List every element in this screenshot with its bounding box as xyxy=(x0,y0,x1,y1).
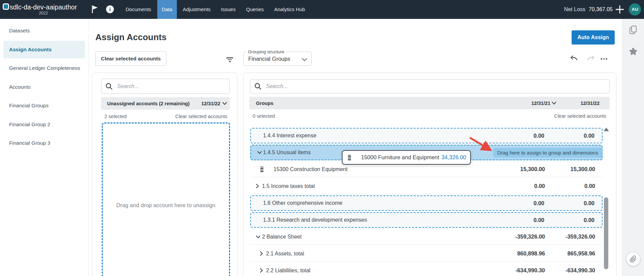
paperclip-icon xyxy=(630,255,637,263)
workspace-title: sdlc-da-dev-aaipauthor xyxy=(10,3,77,11)
sidebar: Datasets Assign Accounts General Ledger … xyxy=(0,19,89,276)
groups-header: Groups 12/31/21 12/31/22 xyxy=(249,97,610,109)
search-icon xyxy=(254,83,262,90)
left-clear-selected-link[interactable]: Clear selected accounts xyxy=(175,114,227,119)
left-date-column: 12/31/22 xyxy=(201,101,220,106)
nav-queries[interactable]: Queries xyxy=(242,0,268,19)
groups-panel: Search... Groups 12/31/21 12/31/22 0 sel… xyxy=(243,73,616,276)
grouping-structure-select[interactable]: Grouping structure Financial Groups xyxy=(243,52,312,66)
app-logo[interactable]: sdlc-da-dev-aaipauthor 2022 xyxy=(3,2,77,16)
chevron-right-icon[interactable] xyxy=(256,184,259,189)
nav-documents[interactable]: Documents xyxy=(121,0,156,19)
plus-icon[interactable] xyxy=(615,4,625,15)
right-selected-count: 0 selected xyxy=(253,113,275,119)
grouping-structure-label: Grouping structure xyxy=(246,49,286,54)
nav-analytics-hub[interactable]: Analytics Hub xyxy=(270,0,310,19)
info-icon[interactable]: i xyxy=(106,5,114,13)
arrow-annotation xyxy=(468,136,498,158)
left-selected-count: 2 selected xyxy=(104,114,127,119)
dragged-account-label: 15000 Furniture and Equipment xyxy=(361,154,439,161)
grouping-structure-value: Financial Groups xyxy=(248,56,290,62)
net-loss-value: 70,367.05 xyxy=(589,6,613,12)
chevron-down-icon[interactable] xyxy=(222,102,227,105)
group-row-1-5[interactable]: 1.5 Income taxes total 0.000.00 xyxy=(250,178,603,194)
clear-selected-accounts-button[interactable]: Clear selected accounts xyxy=(95,51,166,66)
sidebar-item-assign-accounts[interactable]: Assign Accounts xyxy=(3,41,85,58)
dropzone-text: Drag and drop account here to unassign xyxy=(116,202,215,208)
filter-icon[interactable] xyxy=(226,57,233,63)
group-row-1-6[interactable]: 1.6 Other comprehensive income 0.000.00 xyxy=(250,195,603,211)
right-search-placeholder: Search... xyxy=(266,83,288,89)
drag-here-chip: Drag here to assign to group and dimensi… xyxy=(493,148,602,158)
chevron-down-icon[interactable] xyxy=(256,235,261,239)
sidebar-item-accounts[interactable]: Accounts xyxy=(0,78,89,96)
column-12-31-22: 12/31/22 xyxy=(556,101,610,106)
sidebar-item-datasets[interactable]: Datasets xyxy=(0,22,89,39)
net-loss-label: Net Loss xyxy=(564,6,585,12)
main-content: Assign Accounts Auto Assign Clear select… xyxy=(89,19,622,276)
chevron-down-icon xyxy=(302,57,307,63)
sidebar-item-financial-groups[interactable]: Financial Groups xyxy=(0,97,89,114)
nav-adjustments[interactable]: Adjustments xyxy=(179,0,215,19)
unassigned-accounts-header[interactable]: Unassigned accounts (2 remaining) 12/31/… xyxy=(101,97,230,110)
sidebar-item-general-ledger-completeness[interactable]: General Ledger Completeness xyxy=(0,59,89,77)
unassign-dropzone[interactable]: Drag and drop account here to unassign xyxy=(102,122,230,276)
column-12-31-21: 12/31/21 xyxy=(532,101,550,106)
scrollbar-thumb[interactable] xyxy=(604,197,608,269)
redo-icon[interactable] xyxy=(586,55,594,63)
ellipsis-icon[interactable] xyxy=(601,58,607,60)
left-search-placeholder: Search... xyxy=(117,83,139,89)
top-nav: Documents Data Adjustments Issues Querie… xyxy=(121,0,311,19)
search-icon xyxy=(105,83,113,90)
dragged-account-amount: 34,326.00 xyxy=(442,154,466,161)
chevron-right-icon[interactable] xyxy=(260,251,263,256)
nav-data[interactable]: Data xyxy=(157,0,177,19)
groups-title: Groups xyxy=(256,101,273,106)
copy-icon[interactable] xyxy=(629,25,637,36)
sidebar-item-financial-group-3[interactable]: Financial Group 3 xyxy=(0,134,89,152)
topbar: sdlc-da-dev-aaipauthor 2022 i Documents … xyxy=(0,0,644,19)
group-row-1-3-1[interactable]: 1.3.1 Research and development expenses … xyxy=(250,212,603,228)
chevron-right-icon[interactable] xyxy=(260,268,263,273)
group-row-2-1[interactable]: 2.1 Assets, total 860,898.96865,958.96 xyxy=(250,246,603,261)
community-icon[interactable] xyxy=(629,48,637,57)
group-row-1-4-4[interactable]: 1.4.4 Interest expense 0.000.00 xyxy=(250,128,603,143)
scroll-up-icon[interactable] xyxy=(604,128,609,131)
unassigned-accounts-title: Unassigned accounts (2 remaining) xyxy=(107,101,190,106)
chevron-down-icon[interactable] xyxy=(257,151,262,154)
right-clear-selected-link[interactable]: Clear selected accounts xyxy=(554,113,606,119)
workiva-logo-icon xyxy=(3,3,9,10)
unassigned-accounts-panel: Search... Unassigned accounts (2 remaini… xyxy=(92,73,237,276)
paperclip-button[interactable] xyxy=(626,252,640,266)
workspace-year: 2022 xyxy=(10,11,77,16)
flag-icon[interactable] xyxy=(92,5,98,15)
auto-assign-button[interactable]: Auto Assign xyxy=(572,30,615,45)
group-row-2[interactable]: 2 Balance Sheet -359,326.00-359,326.00 xyxy=(250,229,603,245)
drag-handle-icon[interactable] xyxy=(260,167,263,172)
page-title: Assign Accounts xyxy=(95,32,166,43)
group-row-2-2[interactable]: 2.2 Liabilities, total -634,990.30-634,9… xyxy=(250,263,603,276)
left-search-input[interactable]: Search... xyxy=(101,79,230,94)
right-search-input[interactable]: Search... xyxy=(250,79,610,93)
nav-issues[interactable]: Issues xyxy=(217,0,240,19)
chevron-down-icon[interactable] xyxy=(552,102,556,105)
sidebar-item-financial-group-2[interactable]: Financial Group 2 xyxy=(0,116,89,133)
undo-icon[interactable] xyxy=(570,55,578,63)
drag-handle-icon[interactable] xyxy=(348,155,351,160)
avatar[interactable]: AU xyxy=(629,3,641,16)
dragged-account-card[interactable]: 15000 Furniture and Equipment 34,326.00 xyxy=(342,150,471,165)
right-rail xyxy=(622,19,644,276)
